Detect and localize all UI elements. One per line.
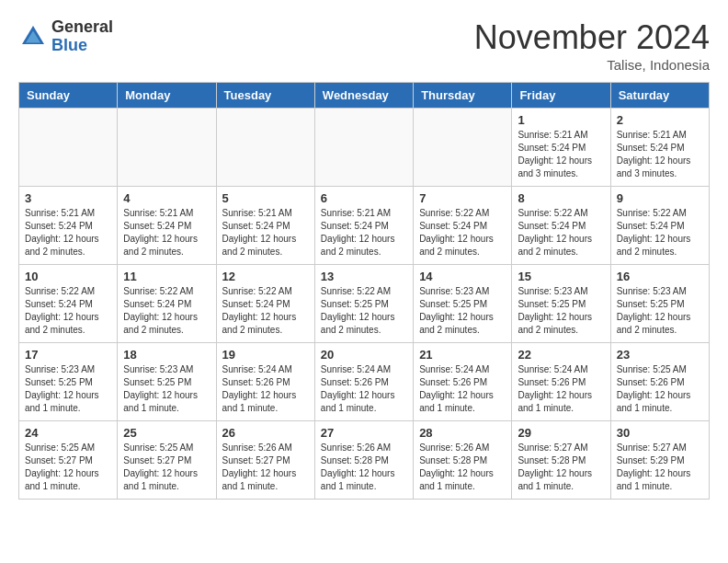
logo-blue: Blue bbox=[51, 37, 113, 55]
day-number: 1 bbox=[518, 113, 604, 127]
day-info: Sunrise: 5:26 AM Sunset: 5:27 PM Dayligh… bbox=[222, 442, 309, 493]
day-number: 23 bbox=[617, 348, 703, 362]
header-day: Saturday bbox=[610, 83, 709, 109]
day-info: Sunrise: 5:21 AM Sunset: 5:24 PM Dayligh… bbox=[518, 129, 604, 180]
calendar-cell: 2Sunrise: 5:21 AM Sunset: 5:24 PM Daylig… bbox=[610, 109, 709, 187]
calendar-body: 1Sunrise: 5:21 AM Sunset: 5:24 PM Daylig… bbox=[19, 109, 710, 500]
day-info: Sunrise: 5:21 AM Sunset: 5:24 PM Dayligh… bbox=[321, 207, 407, 259]
day-info: Sunrise: 5:22 AM Sunset: 5:24 PM Dayligh… bbox=[419, 207, 506, 259]
day-info: Sunrise: 5:21 AM Sunset: 5:24 PM Dayligh… bbox=[123, 207, 210, 259]
day-info: Sunrise: 5:23 AM Sunset: 5:25 PM Dayligh… bbox=[25, 363, 111, 415]
day-info: Sunrise: 5:22 AM Sunset: 5:24 PM Dayligh… bbox=[518, 207, 604, 259]
calendar-cell: 17Sunrise: 5:23 AM Sunset: 5:25 PM Dayli… bbox=[19, 343, 118, 421]
day-number: 5 bbox=[222, 191, 309, 205]
day-number: 22 bbox=[518, 348, 604, 362]
week-row: 17Sunrise: 5:23 AM Sunset: 5:25 PM Dayli… bbox=[19, 343, 710, 421]
calendar-cell: 21Sunrise: 5:24 AM Sunset: 5:26 PM Dayli… bbox=[414, 343, 512, 421]
day-info: Sunrise: 5:25 AM Sunset: 5:26 PM Dayligh… bbox=[617, 363, 703, 415]
header-day: Friday bbox=[512, 83, 610, 109]
day-info: Sunrise: 5:22 AM Sunset: 5:24 PM Dayligh… bbox=[617, 207, 703, 259]
day-number: 9 bbox=[617, 191, 703, 205]
day-number: 15 bbox=[518, 270, 604, 283]
logo-general: General bbox=[51, 18, 113, 37]
day-number: 3 bbox=[25, 191, 111, 205]
day-number: 17 bbox=[25, 348, 111, 362]
day-number: 18 bbox=[123, 348, 210, 362]
day-number: 6 bbox=[321, 191, 407, 205]
day-info: Sunrise: 5:23 AM Sunset: 5:25 PM Dayligh… bbox=[123, 363, 210, 415]
day-info: Sunrise: 5:24 AM Sunset: 5:26 PM Dayligh… bbox=[518, 363, 604, 415]
day-number: 28 bbox=[419, 426, 506, 440]
day-info: Sunrise: 5:24 AM Sunset: 5:26 PM Dayligh… bbox=[419, 363, 506, 415]
day-number: 2 bbox=[617, 113, 703, 127]
logo-icon bbox=[18, 22, 48, 52]
calendar-cell: 13Sunrise: 5:22 AM Sunset: 5:25 PM Dayli… bbox=[314, 265, 413, 343]
calendar-cell: 18Sunrise: 5:23 AM Sunset: 5:25 PM Dayli… bbox=[118, 343, 216, 421]
calendar-cell: 27Sunrise: 5:26 AM Sunset: 5:28 PM Dayli… bbox=[314, 421, 413, 500]
day-info: Sunrise: 5:24 AM Sunset: 5:26 PM Dayligh… bbox=[222, 363, 309, 415]
day-number: 14 bbox=[419, 270, 506, 283]
day-number: 4 bbox=[123, 191, 210, 205]
week-row: 24Sunrise: 5:25 AM Sunset: 5:27 PM Dayli… bbox=[19, 421, 710, 500]
calendar-cell: 10Sunrise: 5:22 AM Sunset: 5:24 PM Dayli… bbox=[19, 265, 118, 343]
calendar-cell: 30Sunrise: 5:27 AM Sunset: 5:29 PM Dayli… bbox=[610, 421, 709, 500]
logo: General Blue bbox=[18, 18, 113, 55]
day-number: 8 bbox=[518, 191, 604, 205]
calendar-cell: 11Sunrise: 5:22 AM Sunset: 5:24 PM Dayli… bbox=[118, 265, 216, 343]
day-number: 16 bbox=[617, 270, 703, 283]
header-day: Thursday bbox=[414, 83, 512, 109]
day-number: 24 bbox=[25, 426, 111, 440]
calendar-cell: 28Sunrise: 5:26 AM Sunset: 5:28 PM Dayli… bbox=[414, 421, 512, 500]
day-number: 20 bbox=[321, 348, 407, 362]
header-day: Tuesday bbox=[216, 83, 314, 109]
week-row: 10Sunrise: 5:22 AM Sunset: 5:24 PM Dayli… bbox=[19, 265, 710, 343]
day-info: Sunrise: 5:23 AM Sunset: 5:25 PM Dayligh… bbox=[518, 285, 604, 337]
day-info: Sunrise: 5:25 AM Sunset: 5:27 PM Dayligh… bbox=[25, 442, 111, 493]
day-number: 10 bbox=[25, 270, 111, 283]
calendar-cell: 24Sunrise: 5:25 AM Sunset: 5:27 PM Dayli… bbox=[19, 421, 118, 500]
day-number: 27 bbox=[321, 426, 407, 440]
day-info: Sunrise: 5:22 AM Sunset: 5:25 PM Dayligh… bbox=[321, 285, 407, 337]
day-number: 13 bbox=[321, 270, 407, 283]
day-number: 19 bbox=[222, 348, 309, 362]
calendar-cell: 5Sunrise: 5:21 AM Sunset: 5:24 PM Daylig… bbox=[216, 187, 314, 265]
calendar-cell: 9Sunrise: 5:22 AM Sunset: 5:24 PM Daylig… bbox=[610, 187, 709, 265]
day-number: 29 bbox=[518, 426, 604, 440]
calendar-header: SundayMondayTuesdayWednesdayThursdayFrid… bbox=[19, 83, 710, 109]
calendar-cell: 19Sunrise: 5:24 AM Sunset: 5:26 PM Dayli… bbox=[216, 343, 314, 421]
day-number: 26 bbox=[222, 426, 309, 440]
location: Talise, Indonesia bbox=[474, 57, 710, 73]
calendar-cell bbox=[118, 109, 216, 187]
calendar-cell: 7Sunrise: 5:22 AM Sunset: 5:24 PM Daylig… bbox=[414, 187, 512, 265]
header-day: Wednesday bbox=[314, 83, 413, 109]
day-info: Sunrise: 5:23 AM Sunset: 5:25 PM Dayligh… bbox=[617, 285, 703, 337]
calendar: SundayMondayTuesdayWednesdayThursdayFrid… bbox=[18, 82, 710, 500]
calendar-cell bbox=[216, 109, 314, 187]
week-row: 3Sunrise: 5:21 AM Sunset: 5:24 PM Daylig… bbox=[19, 187, 710, 265]
calendar-cell: 8Sunrise: 5:22 AM Sunset: 5:24 PM Daylig… bbox=[512, 187, 610, 265]
day-number: 21 bbox=[419, 348, 506, 362]
day-info: Sunrise: 5:24 AM Sunset: 5:26 PM Dayligh… bbox=[321, 363, 407, 415]
calendar-cell: 4Sunrise: 5:21 AM Sunset: 5:24 PM Daylig… bbox=[118, 187, 216, 265]
calendar-cell bbox=[414, 109, 512, 187]
calendar-cell: 12Sunrise: 5:22 AM Sunset: 5:24 PM Dayli… bbox=[216, 265, 314, 343]
month-title: November 2024 bbox=[474, 18, 710, 57]
page-header: General Blue November 2024 Talise, Indon… bbox=[18, 18, 710, 73]
day-info: Sunrise: 5:27 AM Sunset: 5:29 PM Dayligh… bbox=[617, 442, 703, 493]
day-number: 12 bbox=[222, 270, 309, 283]
calendar-cell: 3Sunrise: 5:21 AM Sunset: 5:24 PM Daylig… bbox=[19, 187, 118, 265]
day-info: Sunrise: 5:21 AM Sunset: 5:24 PM Dayligh… bbox=[25, 207, 111, 259]
day-info: Sunrise: 5:26 AM Sunset: 5:28 PM Dayligh… bbox=[321, 442, 407, 493]
calendar-cell: 25Sunrise: 5:25 AM Sunset: 5:27 PM Dayli… bbox=[118, 421, 216, 500]
header-day: Sunday bbox=[19, 83, 118, 109]
day-number: 30 bbox=[617, 426, 703, 440]
day-number: 7 bbox=[419, 191, 506, 205]
calendar-cell: 1Sunrise: 5:21 AM Sunset: 5:24 PM Daylig… bbox=[512, 109, 610, 187]
calendar-cell: 23Sunrise: 5:25 AM Sunset: 5:26 PM Dayli… bbox=[610, 343, 709, 421]
title-section: November 2024 Talise, Indonesia bbox=[474, 18, 710, 73]
day-info: Sunrise: 5:22 AM Sunset: 5:24 PM Dayligh… bbox=[123, 285, 210, 337]
calendar-cell: 6Sunrise: 5:21 AM Sunset: 5:24 PM Daylig… bbox=[314, 187, 413, 265]
header-day: Monday bbox=[118, 83, 216, 109]
week-row: 1Sunrise: 5:21 AM Sunset: 5:24 PM Daylig… bbox=[19, 109, 710, 187]
day-number: 11 bbox=[123, 270, 210, 283]
